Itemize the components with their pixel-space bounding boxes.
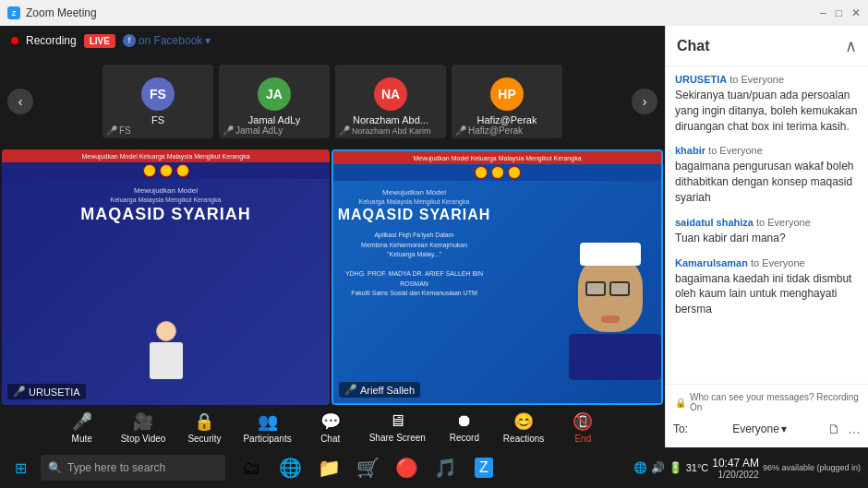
security-app-button[interactable]: 🔴 [388, 447, 425, 488]
speaker-figure [569, 254, 652, 380]
security-button[interactable]: 🔒 Security [184, 411, 224, 444]
participant-name-norazham: Norazham Abd... [353, 114, 428, 125]
zoom-icon: Z [7, 6, 20, 19]
chat-button[interactable]: 💬 Chat [310, 411, 351, 444]
prev-participant-button[interactable]: ‹ [7, 89, 33, 114]
security-label: Security [187, 434, 221, 444]
chat-message-0: URUSETIA to Everyone Sekiranya tuan/puan… [675, 74, 859, 134]
emblem-3 [176, 164, 189, 177]
taskbar-apps: 🗂 🌐 📁 🛒 🔴 🎵 Z [233, 447, 502, 488]
record-button[interactable]: ⏺ Record [444, 411, 485, 443]
participant-tile-jamal[interactable]: JA Jamal AdLy 🎤Jamal AdLy [219, 65, 330, 138]
edge-icon: 🌐 [279, 457, 302, 479]
taskview-button[interactable]: 🗂 [233, 447, 270, 488]
banner-text-left: Mewujudkan Model Keluarga Malaysia Mengi… [81, 153, 249, 160]
explorer-icon: 📁 [318, 457, 341, 479]
participant-avatar-jamal: JA [258, 77, 291, 111]
zoom-taskbar-icon: Z [475, 458, 493, 478]
share-screen-icon: 🖥 [389, 411, 405, 431]
participant-tile-norazham[interactable]: NA Norazham Abd... 🎤Norazham Abd Karim [335, 65, 446, 138]
emblem-1 [143, 164, 156, 177]
banner-top-right: Mewujudkan Model Keluarga Malaysia Mengi… [333, 151, 661, 164]
clock-date: 1/20/2022 [717, 470, 759, 480]
to-everyone-dropdown[interactable]: Everyone ▾ [732, 423, 787, 435]
msg-header-3: Kamarulsaman to Everyone [675, 257, 859, 268]
msg-header-2: saidatul shahiza to Everyone [675, 217, 859, 228]
security-app-icon: 🔴 [395, 457, 418, 479]
facebook-icon: f [123, 34, 136, 47]
store-button[interactable]: 🛒 [349, 447, 386, 488]
end-button[interactable]: 📵 End [562, 411, 603, 444]
slide-title-right: MAQASID SYARIAH [338, 207, 491, 223]
slide-extra-right: Aplikasi Fiqh Fa'iyah DalamMembina Kehar… [333, 231, 495, 299]
explorer-button[interactable]: 📁 [310, 447, 347, 488]
temperature-display: 31°C [686, 462, 709, 473]
stop-video-button[interactable]: 🎥 Stop Video [121, 411, 166, 444]
speaker-icon: 🔊 [651, 461, 665, 474]
close-button[interactable]: ✕ [851, 6, 861, 19]
chat-title: Chat [677, 38, 710, 54]
chat-action-buttons: 🗋 … [827, 422, 861, 436]
msg-header-1: khabir to Everyone [675, 145, 859, 156]
video-bg-left: Mewujudkan Model Keluarga Malaysia Mengi… [2, 149, 330, 405]
music-button[interactable]: 🎵 [427, 447, 464, 488]
taskbar-right: 🌐 🔊 🔋 31°C 10:47 AM 1/20/2022 96% availa… [626, 457, 868, 480]
banner-text-right: Mewujudkan Model Keluarga Malaysia Mengi… [413, 155, 581, 161]
slide-content-right: Mewujudkan Model Keluarga Malaysia Mengi… [333, 183, 495, 375]
chat-icon: 💬 [320, 411, 341, 432]
taskbar-search[interactable]: 🔍 Type here to search [41, 455, 225, 481]
edge-button[interactable]: 🌐 [271, 447, 308, 488]
zoom-taskbar-button[interactable]: Z [465, 447, 502, 488]
next-participant-button[interactable]: › [632, 89, 657, 114]
emblems-row-right [333, 164, 661, 181]
to-everyone-text: Everyone [732, 423, 779, 435]
title-bar: Z Zoom Meeting – □ ✕ [0, 0, 868, 26]
chat-label: Chat [320, 434, 340, 444]
windows-logo-icon: ⊞ [15, 459, 27, 477]
participant-mic-hafiz: 🎤Hafiz@Perak [455, 125, 523, 136]
stop-video-icon: 🎥 [133, 411, 153, 432]
participants-label: Participants [243, 434, 291, 444]
video-label-right: 🎤 Arieff Salleh [339, 382, 420, 398]
participant-avatar-hafiz: HP [490, 77, 524, 111]
start-button[interactable]: ⊞ [0, 447, 41, 488]
slide-title-left: MAQASID SYARIAH [80, 205, 250, 224]
search-icon: 🔍 [48, 461, 62, 474]
minimize-button[interactable]: – [820, 6, 826, 19]
clock-widget[interactable]: 10:47 AM 1/20/2022 [712, 457, 759, 480]
banner-top-left: Mewujudkan Model Keluarga Malaysia Mengi… [2, 149, 330, 162]
participant-name-fs: FS [151, 114, 164, 125]
msg-sender-2: saidatul shahiza [675, 217, 753, 228]
participant-tile-fs[interactable]: FS FS 🎤FS [102, 65, 213, 138]
chat-messages: URUSETIA to Everyone Sekiranya tuan/puan… [666, 66, 868, 384]
video-bg-right: Mewujudkan Model Keluarga Malaysia Mengi… [333, 151, 661, 403]
chat-message-3: Kamarulsaman to Everyone bagaimana kaeda… [675, 257, 859, 317]
more-options-button[interactable]: … [848, 422, 861, 436]
tray-icons: 🌐 🔊 🔋 [633, 461, 682, 474]
mute-button[interactable]: 🎤 Mute [62, 411, 102, 444]
live-badge: LIVE [84, 34, 115, 48]
emblems-row-left [2, 162, 330, 179]
msg-to-1: to Everyone [708, 145, 763, 156]
battery-info: 96% available (plugged in) [763, 463, 861, 472]
file-attach-button[interactable]: 🗋 [827, 422, 840, 436]
record-icon: ⏺ [456, 411, 473, 431]
mute-icon: 🎤 [72, 411, 92, 432]
maximize-button[interactable]: □ [836, 6, 842, 19]
security-icon: 🔒 [194, 411, 214, 432]
share-screen-button[interactable]: 🖥 Share Screen [369, 411, 426, 443]
participant-mic-jamal: 🎤Jamal AdLy [223, 125, 283, 136]
participant-tile-hafiz[interactable]: HP Hafiz@Perak 🎤Hafiz@Perak [452, 65, 562, 138]
msg-sender-0: URUSETIA [675, 74, 727, 85]
chat-collapse-button[interactable]: ∧ [845, 36, 857, 56]
msg-to-2: to Everyone [756, 217, 811, 228]
participants-button[interactable]: 👥 Participants [243, 411, 291, 444]
record-label: Record [450, 433, 479, 443]
reactions-button[interactable]: 😊 Reactions [503, 411, 544, 444]
msg-text-2: Tuan kabir dari mana? [675, 231, 859, 246]
music-icon: 🎵 [434, 457, 457, 479]
chat-message-1: khabir to Everyone bagaimana pengurusan … [675, 145, 859, 205]
search-placeholder-text: Type here to search [67, 461, 165, 474]
lock-icon: 🔒 [675, 398, 686, 408]
video-grid: Mewujudkan Model Keluarga Malaysia Mengi… [0, 148, 665, 407]
